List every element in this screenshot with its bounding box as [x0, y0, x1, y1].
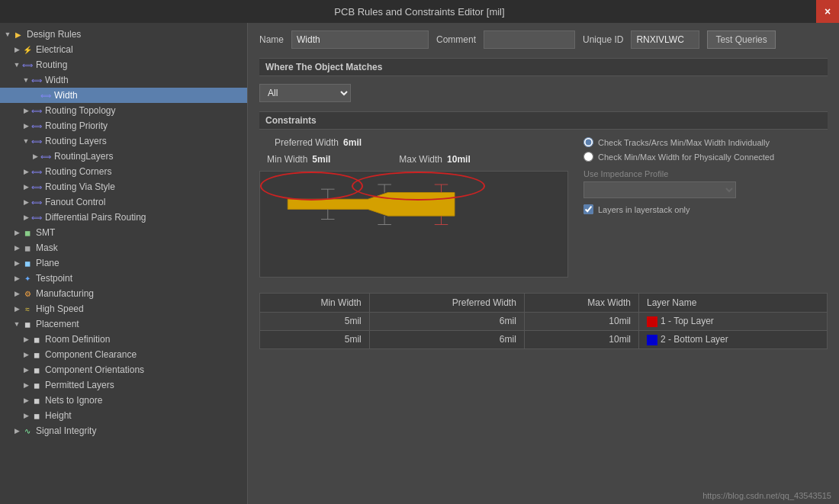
- tree-arrow-permitted-layers: [21, 380, 31, 390]
- preferred-width-label: Preferred Width: [275, 137, 339, 148]
- tree-arrow-differential-pairs: [21, 213, 31, 222]
- tree-arrow-high-speed: [12, 304, 21, 313]
- tree-icon-manufacturing: ⚙: [21, 287, 34, 300]
- tree-icon-smt: ◼: [21, 226, 34, 239]
- tree-item-height[interactable]: ◼Height: [0, 408, 247, 423]
- constraints-section: Preferred Width 6mil Min Width 5mil Max …: [259, 137, 828, 285]
- cell-preferred-1: 6mil: [369, 330, 524, 348]
- col-header-preferred: Preferred Width: [369, 294, 524, 313]
- tree-label-nets-to-ignore: Nets to Ignore: [45, 395, 102, 406]
- tree-item-routing-priority[interactable]: ⟺Routing Priority: [0, 118, 247, 133]
- tree-arrow-plane: [12, 258, 21, 268]
- tree-arrow-placement: [12, 319, 21, 329]
- tree-item-signal-integrity[interactable]: ∿Signal Integrity: [0, 423, 247, 438]
- tree-item-smt[interactable]: ◼SMT: [0, 225, 247, 240]
- tree-item-testpoint[interactable]: ✦Testpoint: [0, 271, 247, 286]
- radio-connected[interactable]: [583, 152, 593, 162]
- tree-icon-room-definition: ◼: [31, 333, 43, 345]
- tree-arrow-routing-layers-child: [31, 152, 40, 161]
- impedance-dropdown[interactable]: [583, 181, 736, 198]
- tree-icon-placement: ◼: [21, 318, 34, 330]
- layer-color-1: [647, 335, 657, 345]
- tree-item-width-parent[interactable]: ⟺Width: [0, 72, 247, 88]
- tree-item-routing[interactable]: ⟺Routing: [0, 57, 247, 72]
- tree-item-fanout-control[interactable]: ⟺Fanout Control: [0, 194, 247, 210]
- tree-icon-mask: ◼: [21, 242, 34, 254]
- tree-item-design-rules[interactable]: ▶Design Rules: [0, 27, 247, 42]
- tree-label-routing-topology: Routing Topology: [45, 105, 116, 116]
- radio-item-1[interactable]: Check Tracks/Arcs Min/Max Width Individu…: [583, 137, 828, 147]
- tree-item-width-child[interactable]: ⟺Width: [0, 88, 247, 103]
- tree-container: ▶Design Rules⚡Electrical⟺Routing⟺Width⟺W…: [0, 27, 247, 438]
- tree-label-component-orientations: Component Orientations: [45, 364, 144, 375]
- cell-min-1: 5mil: [260, 330, 370, 348]
- tree-icon-width-child: ⟺: [40, 89, 52, 101]
- max-width-group: Max Width 10mil: [399, 154, 470, 165]
- tree-item-routing-layers[interactable]: ⟺Routing Layers: [0, 133, 247, 149]
- tree-item-routing-layers-child[interactable]: ⟺RoutingLayers: [0, 149, 247, 164]
- tree-icon-nets-to-ignore: ◼: [31, 394, 43, 406]
- uniqueid-input[interactable]: [631, 30, 699, 49]
- table-row: 5mil6mil10mil1 - Top Layer: [260, 313, 828, 331]
- layers-in-layerstack-label: Layers in layerstack only: [598, 205, 690, 214]
- tree-item-component-clearance[interactable]: ◼Component Clearance: [0, 347, 247, 362]
- tree-item-mask[interactable]: ◼Mask: [0, 240, 247, 255]
- tree-item-electrical[interactable]: ⚡Electrical: [0, 42, 247, 57]
- tree-item-permitted-layers[interactable]: ◼Permitted Layers: [0, 377, 247, 393]
- tree-item-differential-pairs[interactable]: ⟺Differential Pairs Routing: [0, 210, 247, 225]
- tree-label-component-clearance: Component Clearance: [45, 349, 137, 360]
- tree-arrow-mask: [12, 243, 21, 252]
- layer-color-0: [647, 316, 657, 327]
- cell-layer-0: 1 - Top Layer: [639, 313, 828, 331]
- tree-item-routing-corners[interactable]: ⟺Routing Corners: [0, 164, 247, 179]
- where-matches-dropdown[interactable]: All Net Net Class Layer Net and Layer: [259, 84, 351, 102]
- test-queries-button[interactable]: Test Queries: [707, 30, 775, 49]
- right-panel: Name Comment Unique ID Test Queries Wher…: [248, 23, 839, 504]
- tree-item-component-orientations[interactable]: ◼Component Orientations: [0, 362, 247, 377]
- tree-item-manufacturing[interactable]: ⚙Manufacturing: [0, 286, 247, 301]
- tree-label-fanout-control: Fanout Control: [45, 197, 105, 207]
- constraints-header: Constraints: [259, 111, 828, 130]
- tree-arrow-testpoint: [12, 274, 21, 283]
- cell-max-1: 10mil: [524, 330, 638, 348]
- tree-label-routing-corners: Routing Corners: [45, 166, 111, 177]
- tree-item-high-speed[interactable]: ≈High Speed: [0, 301, 247, 316]
- tree-arrow-design-rules: [3, 30, 12, 39]
- tree-item-room-definition[interactable]: ◼Room Definition: [0, 332, 247, 347]
- tree-item-plane[interactable]: ◼Plane: [0, 255, 247, 271]
- tree-icon-width-parent: ⟺: [31, 74, 43, 86]
- name-input[interactable]: [291, 30, 429, 49]
- tree-arrow-routing: [12, 60, 21, 69]
- tree-icon-high-speed: ≈: [21, 303, 34, 315]
- tree-item-routing-via-style[interactable]: ⟺Routing Via Style: [0, 179, 247, 194]
- tree-item-nets-to-ignore[interactable]: ◼Nets to Ignore: [0, 393, 247, 408]
- tree-arrow-routing-topology: [21, 106, 31, 115]
- trace-diagram: [259, 171, 568, 278]
- name-row: Name Comment Unique ID Test Queries: [259, 30, 828, 49]
- main-layout: ▶Design Rules⚡Electrical⟺Routing⟺Width⟺W…: [0, 23, 839, 504]
- tree-label-testpoint: Testpoint: [36, 273, 72, 284]
- tree-item-routing-topology[interactable]: ⟺Routing Topology: [0, 103, 247, 118]
- tree-label-plane: Plane: [36, 258, 59, 268]
- cell-preferred-0: 6mil: [369, 313, 524, 331]
- svg-marker-0: [288, 193, 455, 217]
- max-width-value: 10mil: [447, 154, 471, 165]
- layers-in-layerstack-checkbox[interactable]: [583, 204, 593, 214]
- tree-item-placement[interactable]: ◼Placement: [0, 316, 247, 332]
- window-title: PCB Rules and Constraints Editor [mil]: [334, 6, 504, 18]
- uniqueid-label: Unique ID: [583, 34, 623, 45]
- preferred-width-value: 6mil: [343, 137, 362, 148]
- max-width-label: Max Width: [399, 154, 442, 165]
- radio-individual[interactable]: [583, 137, 593, 147]
- preferred-width-group: Preferred Width 6mil: [275, 137, 362, 148]
- tree-icon-fanout-control: ⟺: [31, 196, 43, 208]
- tree-icon-design-rules: ▶: [12, 28, 24, 40]
- trace-svg: [268, 179, 481, 233]
- constraints-table: Min Width Preferred Width Max Width Laye…: [259, 293, 828, 349]
- close-button[interactable]: ×: [816, 0, 839, 23]
- radio-item-2[interactable]: Check Min/Max Width for Physically Conne…: [583, 152, 828, 162]
- radio-label-2: Check Min/Max Width for Physically Conne…: [598, 152, 774, 162]
- comment-input[interactable]: [484, 30, 575, 49]
- where-matches-row: All Net Net Class Layer Net and Layer: [259, 84, 828, 102]
- tree-icon-differential-pairs: ⟺: [31, 211, 43, 223]
